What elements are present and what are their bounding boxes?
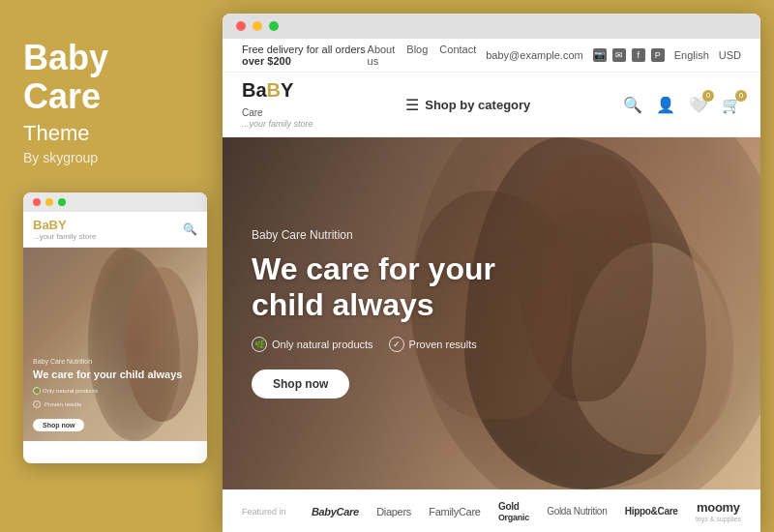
browser-bar	[223, 14, 760, 39]
mini-shop-button[interactable]: Shop now	[33, 419, 84, 431]
mini-badge-proven: ✓ Proven results	[33, 400, 197, 408]
brand-logo-hippocare: Hippo&Care	[625, 506, 678, 517]
announcement-text: Free delivery for all orders over $200	[242, 44, 368, 67]
ann-link-contact[interactable]: Contact	[439, 44, 476, 67]
brand-gold-organic: GoldOrganic	[498, 501, 529, 522]
brand-moomy-sub: toys & supplies	[696, 516, 741, 522]
mini-dot-red	[33, 198, 41, 206]
cart-icon[interactable]: 🛒 0	[722, 96, 741, 114]
nav-center: ☰ Shop by category	[405, 96, 530, 114]
mini-tagline: ...your family store	[33, 232, 96, 241]
hero-badges: 🌿 Only natural products ✓ Proven results	[252, 337, 731, 352]
twitter-icon[interactable]: ✉	[612, 48, 626, 62]
brand-title: Baby Care	[23, 39, 108, 115]
mini-content-overlay: Baby Care Nutrition We care for your chi…	[33, 358, 197, 431]
nav-icons: 🔍 👤 🤍 0 🛒 0	[623, 96, 741, 114]
ann-link-about[interactable]: About us	[368, 44, 396, 67]
brand-babycare: BabyCare	[312, 506, 359, 517]
dot-red	[236, 21, 246, 31]
proven-icon: ✓	[389, 337, 404, 352]
mini-dot-green	[58, 198, 66, 206]
hero-section: Baby Care Nutrition We care for your chi…	[223, 137, 760, 489]
hamburger-icon[interactable]: ☰	[405, 96, 419, 114]
mini-browser-bar	[23, 192, 207, 212]
cart-count: 0	[735, 90, 747, 102]
logo-area: BaBY Care ...your family store	[242, 80, 313, 129]
right-panel: Free delivery for all orders over $200 A…	[223, 14, 760, 532]
mini-logo: BaBY	[33, 218, 96, 232]
wishlist-icon[interactable]: 🤍 0	[689, 96, 708, 114]
mini-proven-icon: ✓	[33, 400, 41, 408]
mini-browser-content: BaBY ...your family store 🔍 Baby Care Nu…	[23, 212, 207, 463]
brand-hippocare: Hippo&Care	[625, 506, 678, 517]
brand-logo-goldorganic: GoldOrganic	[498, 501, 529, 522]
mini-category-label: Baby Care Nutrition	[33, 358, 197, 365]
ann-language[interactable]: English	[674, 49, 709, 61]
shop-by-category[interactable]: Shop by category	[425, 98, 530, 112]
hero-shop-button[interactable]: Shop now	[252, 369, 349, 399]
brand-logo-diapers: Diapers	[376, 506, 411, 517]
ann-email: baby@example.com	[486, 49, 582, 61]
logo-tagline: ...your family store	[242, 119, 313, 129]
brand-logo-goldanutrition: Golda Nutrition	[547, 506, 607, 517]
hero-title: We care for your child always	[252, 251, 561, 323]
wishlist-count: 0	[702, 90, 714, 102]
dot-yellow	[253, 21, 262, 31]
brands-bar: Featured in BabyCare Diapers FamilyCare …	[223, 489, 760, 532]
brand-familycare: FamilyCare	[429, 506, 480, 517]
hero-category: Baby Care Nutrition	[252, 228, 731, 242]
mini-logo-area: BaBY ...your family store	[33, 218, 96, 241]
natural-icon: 🌿	[252, 337, 267, 352]
logo-text: BaBY Care	[242, 80, 293, 119]
mini-dot-yellow	[45, 198, 53, 206]
brand-moomy: moomy toys & supplies	[696, 500, 741, 522]
instagram-icon[interactable]: 📷	[593, 48, 607, 62]
announcement-links: About us Blog Contact	[368, 44, 477, 67]
mini-search-icon: 🔍	[183, 222, 197, 236]
brand-subtitle: Theme	[23, 121, 89, 146]
mini-badge-natural: 🌿 Only natural products	[33, 387, 98, 395]
hero-badge-proven: ✓ Proven results	[389, 337, 477, 352]
hero-content: Baby Care Nutrition We care for your chi…	[223, 137, 760, 489]
ann-link-blog[interactable]: Blog	[406, 44, 428, 67]
search-icon[interactable]: 🔍	[623, 96, 642, 114]
announcement-right: About us Blog Contact baby@example.com 📷…	[368, 44, 741, 67]
social-icons: 📷 ✉ f P	[593, 48, 665, 62]
mini-browser-preview: BaBY ...your family store 🔍 Baby Care Nu…	[23, 192, 207, 463]
mini-hero-bg: Baby Care Nutrition We care for your chi…	[23, 248, 207, 441]
browser-content: Free delivery for all orders over $200 A…	[223, 39, 760, 532]
brand-golda-nutrition: Golda Nutrition	[547, 506, 607, 517]
brand-logo-familycare: FamilyCare	[429, 506, 480, 517]
brand-logo-babycare: BabyCare	[312, 506, 359, 517]
user-icon[interactable]: 👤	[656, 96, 675, 114]
hero-badge-natural: 🌿 Only natural products	[252, 337, 373, 352]
announcement-bar: Free delivery for all orders over $200 A…	[223, 39, 760, 73]
left-panel: Baby Care Theme By skygroup BaBY ...your…	[0, 0, 223, 532]
brand-diapers: Diapers	[376, 506, 411, 517]
mini-nav: BaBY ...your family store 🔍	[23, 212, 207, 248]
brand-logo-moomy: moomy	[697, 500, 740, 515]
mini-badges: 🌿 Only natural products	[33, 387, 197, 395]
brand-by: By skygroup	[23, 150, 98, 165]
mini-hero-title: We care for your child always	[33, 368, 197, 381]
dot-green	[269, 21, 279, 31]
mini-natural-icon: 🌿	[33, 387, 41, 395]
facebook-icon[interactable]: f	[632, 48, 645, 62]
featured-in-label: Featured in	[242, 507, 286, 517]
main-nav: BaBY Care ...your family store ☰ Shop by…	[223, 73, 760, 137]
ann-currency[interactable]: USD	[719, 49, 741, 61]
pinterest-icon[interactable]: P	[651, 48, 665, 62]
